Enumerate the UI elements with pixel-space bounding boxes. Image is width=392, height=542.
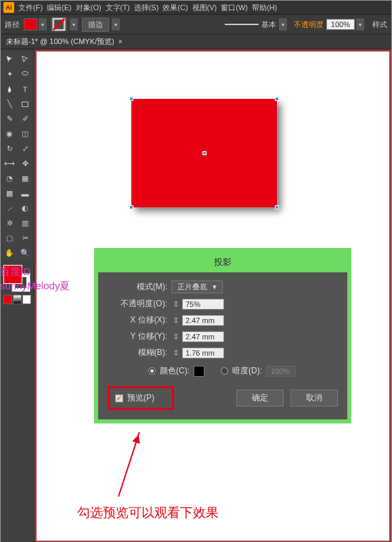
blur-input[interactable] [182,348,224,358]
stepper-icon[interactable]: ⇕ [171,316,181,325]
handle-top-left[interactable] [129,97,133,101]
type-tool[interactable]: T [18,82,32,96]
stepper-icon[interactable]: ⇕ [171,348,181,358]
canvas[interactable]: 投影 模式(M): 正片叠底▾ 不透明度(O): ⇕ X 位 [35,49,391,542]
ok-button[interactable]: 确定 [236,390,284,406]
dialog-title: 投影 [98,252,347,272]
svg-line-1 [53,19,65,30]
mode-label: 模式(M): [108,281,167,293]
handle-bottom-right[interactable] [275,205,279,209]
selection-tool[interactable] [2,52,17,66]
menu-object[interactable]: 对象(O) [76,3,102,13]
menu-file[interactable]: 文件(F) [18,3,43,13]
magic-wand-tool[interactable]: ✦ [2,67,17,81]
menu-window[interactable]: 窗口(W) [221,3,248,13]
color-radio-label: 颜色(C): [160,365,190,377]
gradient-tool[interactable]: ▬ [18,186,32,201]
drop-shadow-dialog-highlight: 投影 模式(M): 正片叠底▾ 不透明度(O): ⇕ X 位 [94,248,351,423]
fill-color-box[interactable] [3,265,22,284]
annotation-arrow [118,432,140,497]
xoffset-input[interactable] [182,315,224,326]
yoffset-input[interactable] [182,331,224,342]
shape-builder-tool[interactable]: ◔ [2,171,17,186]
mode-dropdown[interactable]: 正片叠底▾ [171,280,223,293]
blend-tool[interactable]: ◐ [18,201,32,215]
drop-shadow-dialog: 模式(M): 正片叠底▾ 不透明度(O): ⇕ X 位移(X): ⇕ [98,272,347,419]
darkness-radio[interactable] [221,367,228,375]
eyedropper-tool[interactable]: ⟋ [2,201,17,215]
stroke-weight-dropdown[interactable]: ▾ [112,18,120,30]
artboard-tool[interactable]: ▢ [2,231,17,245]
blur-label: 模糊(B): [108,347,167,358]
color-mode-none[interactable] [22,295,31,304]
opacity-value[interactable]: 100% [326,19,355,30]
stroke-preview [225,24,259,25]
color-radio[interactable] [148,367,156,375]
opacity-field-label: 不透明度(O): [108,298,167,310]
rectangle-tool[interactable] [18,97,32,111]
document-tab[interactable]: 未标题-1* @ 100% (CMYK/预览) [6,37,114,47]
menu-view[interactable]: 视图(V) [192,3,217,13]
svg-rect-3 [22,102,28,106]
line-tool[interactable]: ╲ [2,97,17,111]
stepper-icon[interactable]: ⇕ [171,299,181,309]
opacity-input[interactable] [182,299,224,310]
selected-rectangle[interactable] [131,99,277,207]
opacity-dropdown[interactable]: ▾ [356,18,364,30]
handle-top-right[interactable] [275,97,279,101]
preview-highlight: ✓ 预览(P) [108,386,174,410]
preview-label: 预览(P) [127,392,154,404]
menu-effect[interactable]: 效果(C) [162,3,188,13]
menu-edit[interactable]: 编辑(E) [47,3,72,13]
control-bar: 路径 ▾ ▾ 描边 ▾ 基本 ▾ 不透明度 100% ▾ 样式 [1,14,391,35]
pen-tool[interactable] [2,82,17,96]
app-window: Ai 文件(F) 编辑(E) 对象(O) 文字(T) 选择(S) 效果(C) 视… [0,0,392,542]
basic-label: 基本 [261,20,276,30]
width-tool[interactable]: ⟷ [2,157,17,171]
close-tab-icon[interactable]: × [118,38,123,45]
lasso-tool[interactable] [18,67,32,81]
annotation-text: 勾选预览可以观看下效果 [77,504,219,522]
zoom-tool[interactable]: 🔍 [18,246,32,260]
menubar: Ai 文件(F) 编辑(E) 对象(O) 文字(T) 选择(S) 效果(C) 视… [1,1,391,14]
handle-center[interactable] [202,151,206,155]
fill-swatch[interactable] [24,18,37,30]
stepper-icon[interactable]: ⇕ [171,332,181,341]
perspective-tool[interactable]: ▦ [18,171,32,186]
stroke-button[interactable]: 描边 [82,18,109,32]
cancel-button[interactable]: 取消 [290,390,338,406]
color-mode-gradient[interactable] [13,295,22,304]
graph-tool[interactable]: ▥ [18,216,32,230]
fill-stroke-swatch[interactable] [3,265,30,292]
hand-tool[interactable]: ✋ [2,246,17,260]
preview-checkbox[interactable]: ✓ [115,394,123,402]
fill-dropdown[interactable]: ▾ [39,18,47,30]
free-transform-tool[interactable]: ✥ [18,157,32,171]
pencil-tool[interactable]: ✐ [18,112,32,126]
darkness-radio-label: 暗度(D): [232,365,262,377]
menu-help[interactable]: 帮助(H) [252,3,277,13]
slice-tool[interactable]: ✂ [18,231,32,245]
scale-tool[interactable]: ⤢ [18,142,32,156]
basic-dropdown[interactable]: ▾ [279,18,287,30]
eraser-tool[interactable]: ◫ [18,127,32,141]
xoffset-label: X 位移(X): [108,314,167,326]
opacity-label: 不透明度 [294,20,324,30]
color-mode-solid[interactable] [3,295,12,304]
blob-brush-tool[interactable]: ◉ [2,127,17,141]
mesh-tool[interactable]: ▩ [2,186,17,201]
tools-panel: ✦ T ╲ ✎✐ ◉◫ ↻⤢ ⟷✥ ◔▦ ▩▬ ⟋◐ ✲▥ ▢✂ ✋🔍 [1,49,35,542]
symbol-sprayer-tool[interactable]: ✲ [2,216,17,230]
document-tab-bar: 未标题-1* @ 100% (CMYK/预览) × [1,35,391,49]
direct-selection-tool[interactable] [18,52,32,66]
workspace: ✦ T ╲ ✎✐ ◉◫ ↻⤢ ⟷✥ ◔▦ ▩▬ ⟋◐ ✲▥ ▢✂ ✋🔍 [1,49,391,542]
stroke-dropdown[interactable]: ▾ [70,18,78,30]
menu-select[interactable]: 选择(S) [134,3,159,13]
rotate-tool[interactable]: ↻ [2,142,17,156]
shadow-color-chip[interactable] [194,366,204,377]
paintbrush-tool[interactable]: ✎ [2,112,17,126]
menu-type[interactable]: 文字(T) [106,3,130,13]
stroke-icon[interactable] [51,18,67,31]
handle-bottom-left[interactable] [129,205,133,209]
style-label: 样式 [372,20,387,30]
